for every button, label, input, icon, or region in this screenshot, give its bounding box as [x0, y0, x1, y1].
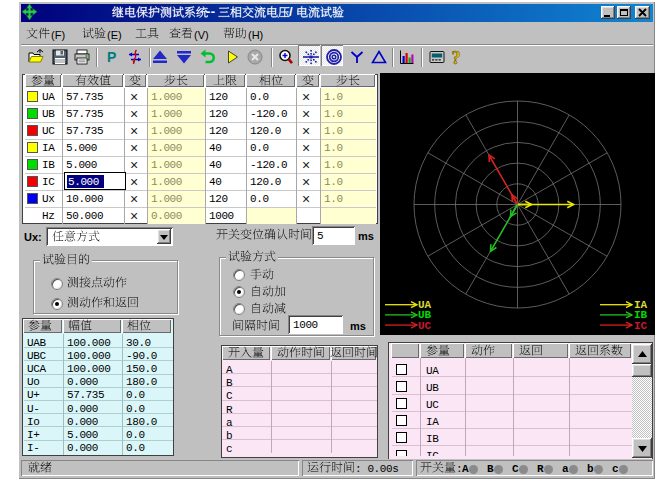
svg-text:P: P: [107, 49, 116, 65]
svg-text:?: ?: [452, 49, 461, 65]
svg-text:IC: IC: [634, 320, 648, 332]
svg-text:UC: UC: [418, 320, 432, 332]
